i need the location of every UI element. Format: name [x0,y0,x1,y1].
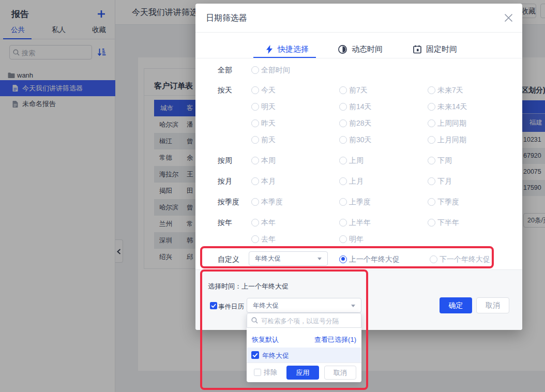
custom-calendar-select[interactable]: 年终大促 [249,251,328,266]
radio-checked-icon [339,255,347,263]
radio-icon [339,177,347,185]
ok-button[interactable]: 确定 [440,297,472,313]
radio-icon [251,157,259,164]
event-calendar-dropdown: 可检索多个项，以逗号分隔 恢复默认 查看已选择(1) 年终大促 排除 应用 取消 [247,313,361,382]
radio-icon [339,157,347,164]
custom-row: 自定义 年终大促 上一个年终大促 下一个年终大促 [195,254,522,264]
quick-row-all: 全部 全部时间 [195,65,522,75]
modal-header-divider [195,32,522,33]
radio-icon [251,235,259,243]
event-calendar-checkbox[interactable] [210,302,217,309]
radio-icon [428,198,435,206]
radio-icon [428,219,435,227]
event-calendar-label: 事件日历 [218,303,244,311]
dropdown-search-input[interactable]: 可检索多个项，以逗号分隔 [247,313,361,328]
quick-row-month: 按月 本月 上月 下月 [195,176,522,186]
dropdown-option-selected[interactable]: 年终大促 [247,348,361,363]
calendar-icon [413,45,421,54]
radio-icon [251,86,259,94]
radio-icon [339,119,347,127]
dropdown-search-placeholder: 可检索多个项，以逗号分隔 [261,317,339,326]
quick-row-day4: 前天 前30天 上月同期 [195,134,522,145]
lightning-icon [266,45,273,54]
quick-row-week: 按周 本周 上周 下周 [195,155,522,165]
option-checkbox[interactable] [251,351,259,359]
check-icon [210,302,217,309]
radio-icon [428,119,435,127]
radio-icon [430,255,437,263]
radio-icon [339,136,347,144]
quick-row-day3: 昨天 前28天 上周同期 [195,118,522,128]
date-filter-modal: 日期筛选器 快捷选择 动态时间 固定时间 全部 全部时间 按天 今天 前7天 未… [195,4,522,330]
radio-icon [251,103,259,111]
reset-default-link[interactable]: 恢复默认 [252,335,279,344]
exclude-label: 排除 [264,368,277,377]
quick-row-day: 按天 今天 前7天 未来7天 [195,85,522,95]
radio-icon [428,136,435,144]
close-icon[interactable] [504,13,513,22]
tab-fixed-time[interactable]: 固定时间 [413,40,457,58]
quick-row-year2: 去年 明年 [195,234,522,244]
search-icon [251,317,258,324]
select-value: 年终大促 [255,254,281,263]
app-screen: 今天我们讲讲筛选器 收藏 客户订单表 城市 客 哈尔滨潘 椒江曾 常德余 海拉尔… [0,0,545,392]
select-value: 年终大促 [253,301,279,310]
modal-title: 日期筛选器 [206,13,247,24]
tab-quick-select[interactable]: 快捷选择 [266,40,309,58]
radio-icon [339,198,347,206]
modal-tabs-divider [195,58,522,58]
radio-icon [428,86,435,94]
event-calendar-select[interactable]: 年终大促 [247,298,361,313]
dropdown-cancel-button[interactable]: 取消 [324,366,356,380]
radio-icon [428,103,435,111]
quick-row-year: 按年 本年 上半年 下半年 [195,217,522,228]
radio-icon [339,235,347,243]
radio-icon [251,177,259,185]
clock-icon [338,45,347,54]
radio-icon [339,103,347,111]
quick-row-quarter: 按季度 本季度 上季度 下季度 [195,197,522,207]
tab-dynamic-time[interactable]: 动态时间 [338,40,383,58]
dropdown-footer-divider [247,363,361,363]
selected-time-text: 选择时间：上一个年终大促 [208,282,289,291]
view-selected-link[interactable]: 查看已选择(1) [314,335,356,344]
radio-icon [251,66,259,74]
caret-down-icon [351,305,355,307]
radio-icon [251,119,259,127]
radio-icon [251,198,259,206]
apply-button[interactable]: 应用 [286,366,319,380]
radio-icon [251,219,259,227]
exclude-checkbox[interactable] [254,369,261,376]
caret-down-icon [317,258,322,260]
radio-icon [251,136,259,144]
radio-icon [339,86,347,94]
check-icon [251,351,259,359]
radio-icon [339,219,347,227]
radio-icon [428,157,435,164]
quick-row-day2: 明天 前14天 未来14天 [195,101,522,112]
radio-icon [428,177,435,185]
cancel-button[interactable]: 取消 [476,297,509,313]
